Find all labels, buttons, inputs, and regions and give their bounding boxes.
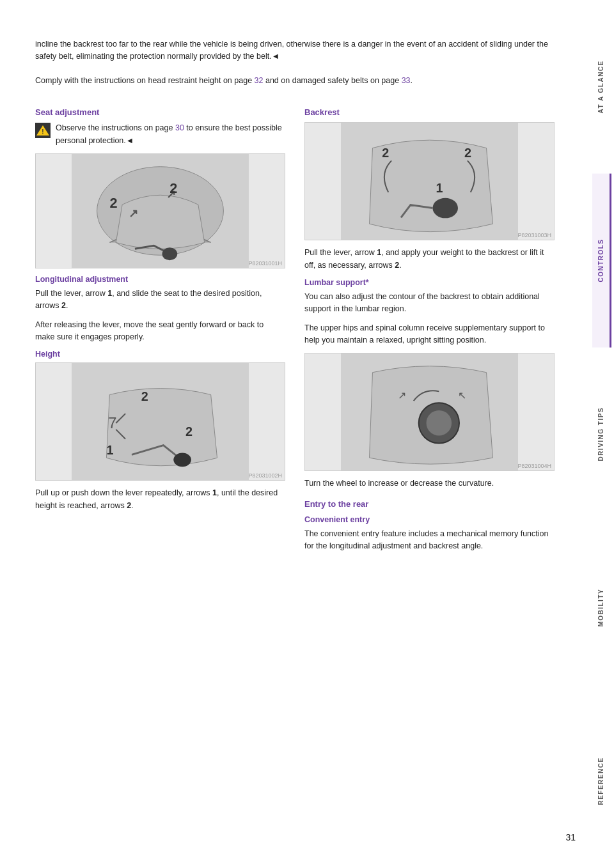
lumbar-para2: The upper hips and spinal column receive…: [304, 322, 555, 347]
svg-text:↗: ↗: [398, 391, 406, 401]
svg-text:2: 2: [169, 180, 177, 196]
svg-text:↗: ↗: [129, 207, 138, 220]
height-heading: Height: [35, 350, 285, 359]
svg-text:1: 1: [106, 444, 113, 458]
backrest-heading: Backrest: [304, 107, 555, 117]
longitudinal-text2: After releasing the lever, move the seat…: [35, 319, 285, 344]
convenient-entry-heading: Convenient entry: [304, 515, 555, 524]
svg-point-20: [432, 198, 458, 219]
page-link-33[interactable]: 33: [402, 76, 411, 85]
lumbar-heading: Lumbar support*: [304, 278, 555, 287]
longitudinal-text: Pull the lever, arrow 1, and slide the s…: [35, 288, 285, 313]
right-column: Backrest 2 2 1: [304, 98, 555, 559]
svg-point-9: [162, 247, 177, 260]
entry-rear-heading: Entry to the rear: [304, 499, 555, 509]
convenient-entry-text: The convenient entry feature includes a …: [304, 528, 555, 553]
svg-text:1: 1: [436, 181, 443, 195]
seat-adjustment-image: ↗ ↗ 2 2 P82031001H: [35, 153, 285, 268]
svg-text:!: !: [42, 128, 43, 136]
warning-block: ! Observe the instructions on page 30 to…: [35, 122, 285, 147]
lumbar-image: ↗ ↖ P82031004H: [304, 353, 555, 471]
seat-adjustment-heading: Seat adjustment: [35, 107, 285, 117]
tab-controls[interactable]: CONTROLS: [592, 174, 611, 348]
left-column: Seat adjustment ! Observe the instructio…: [35, 98, 285, 559]
intro-paragraph: incline the backrest too far to the rear…: [35, 38, 555, 63]
backrest-text: Pull the lever, arrow 1, and apply your …: [304, 247, 555, 272]
lumbar-para1: You can also adjust the contour of the b…: [304, 291, 555, 316]
svg-text:7: 7: [108, 415, 116, 431]
page-link-32[interactable]: 32: [255, 76, 264, 85]
intro-paragraph2: Comply with the instructions on head res…: [35, 75, 555, 87]
sidebar-tabs: AT A GLANCE CONTROLS DRIVING TIPS MOBILI…: [590, 0, 614, 868]
height-image: 1 2 2 7 P82031002H: [35, 362, 285, 481]
backrest-image: 2 2 1 P82031003H: [304, 122, 555, 240]
lumbar-control-text: Turn the wheel to increase or decrease t…: [304, 477, 555, 490]
svg-text:2: 2: [185, 424, 193, 438]
svg-point-23: [427, 410, 452, 436]
page-link-30[interactable]: 30: [175, 123, 184, 132]
page-number: 31: [565, 832, 576, 842]
tab-mobility[interactable]: MOBILITY: [592, 521, 611, 695]
svg-text:2: 2: [109, 195, 117, 211]
height-text: Pull up or push down the lever repeatedl…: [35, 487, 285, 512]
svg-text:2: 2: [382, 146, 389, 160]
svg-point-11: [173, 453, 191, 467]
warning-icon: !: [35, 123, 51, 138]
warning-text: Observe the instructions on page 30 to e…: [56, 122, 285, 147]
svg-text:2: 2: [464, 146, 471, 160]
tab-at-a-glance[interactable]: AT A GLANCE: [592, 0, 611, 174]
svg-text:↖: ↖: [458, 391, 466, 401]
tab-driving-tips[interactable]: DRIVING TIPS: [592, 347, 611, 521]
svg-text:2: 2: [141, 390, 148, 404]
longitudinal-heading: Longitudinal adjustment: [35, 275, 285, 284]
tab-reference[interactable]: REFERENCE: [592, 694, 611, 868]
